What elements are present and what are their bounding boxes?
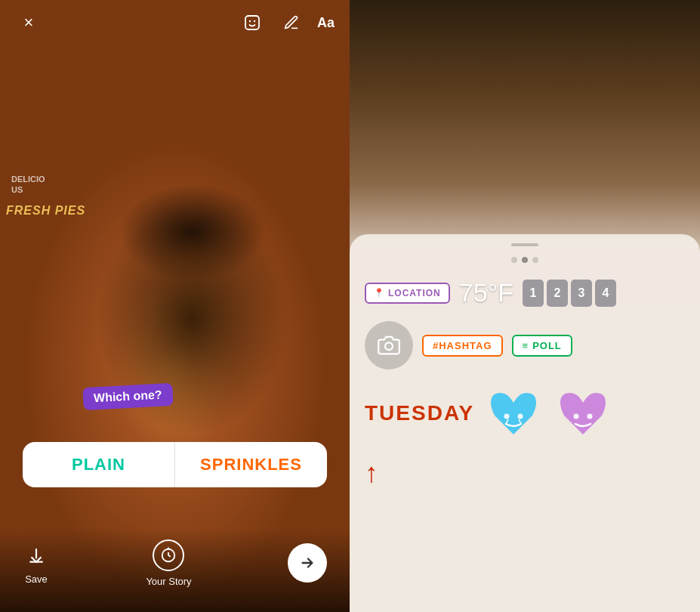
your-story-icon [153, 539, 184, 571]
poll-sticker[interactable]: PLAIN SPRINKLES [23, 442, 327, 487]
close-button[interactable]: × [15, 9, 42, 36]
poll-icon: ≡ [523, 340, 529, 351]
which-one-sticker[interactable]: Which one? [82, 383, 173, 410]
story-editor-right: 📍 LOCATION 75°F 1 2 3 4 #HASHTAG ≡ [350, 0, 700, 612]
red-arrow-sticker[interactable]: ↑ [365, 457, 378, 489]
svg-point-10 [574, 413, 579, 419]
blue-heart-sticker[interactable] [483, 383, 544, 444]
sticker-row-2: #HASHTAG ≡ POLL [350, 321, 700, 369]
panel-dot-1 [511, 257, 517, 263]
bottom-toolbar: Save Your Story [0, 529, 350, 612]
save-label: Save [25, 573, 48, 585]
time-digit-4: 4 [595, 280, 616, 307]
panel-dots [511, 257, 538, 263]
time-sticker[interactable]: 1 2 3 4 [523, 280, 616, 307]
time-digit-3: 3 [571, 280, 592, 307]
location-pin-icon: 📍 [374, 288, 385, 298]
panel-dot-3 [532, 257, 538, 263]
poll-label: POLL [532, 340, 562, 351]
location-label: LOCATION [388, 288, 441, 298]
text-tool-button[interactable]: Aa [317, 15, 335, 31]
poll-sticker-btn[interactable]: ≡ POLL [512, 335, 572, 357]
time-digit-2: 2 [547, 280, 568, 307]
sticker-row-4: ↑ [350, 457, 700, 489]
svg-point-7 [385, 342, 393, 350]
svg-rect-0 [245, 16, 259, 29]
top-right-icons: Aa [239, 9, 335, 36]
poll-option-sprinkles[interactable]: SPRINKLES [175, 442, 327, 487]
top-toolbar: × Aa [0, 0, 350, 45]
person-photo [0, 0, 350, 612]
sticker-row-3: TUESDAY [350, 383, 700, 444]
purple-heart-sticker[interactable] [553, 383, 613, 444]
save-icon [23, 542, 50, 569]
svg-point-9 [518, 413, 523, 419]
poll-option-plain[interactable]: PLAIN [23, 442, 175, 487]
next-button[interactable] [288, 543, 327, 583]
your-story-action[interactable]: Your Story [146, 539, 191, 587]
draw-icon[interactable] [278, 9, 305, 36]
day-sticker[interactable]: TUESDAY [365, 401, 474, 425]
face-filter-icon[interactable] [239, 9, 266, 36]
svg-line-5 [168, 555, 171, 557]
fresh-pies-sign: FRESH PIES [6, 204, 85, 218]
temperature-sticker[interactable]: 75°F [459, 278, 513, 308]
save-action[interactable]: Save [23, 542, 50, 585]
hashtag-sticker[interactable]: #HASHTAG [422, 335, 503, 357]
sticker-picker-panel: 📍 LOCATION 75°F 1 2 3 4 #HASHTAG ≡ [350, 234, 700, 612]
story-editor-left: DELICIO US FRESH PIES × Aa [0, 0, 350, 612]
bakery-sign-text: DELICIO US [11, 174, 45, 196]
drag-handle[interactable] [511, 243, 538, 246]
svg-point-1 [249, 20, 251, 22]
your-story-label: Your Story [146, 576, 191, 587]
svg-point-11 [587, 413, 593, 419]
location-sticker[interactable]: 📍 LOCATION [365, 283, 450, 304]
time-digit-1: 1 [523, 280, 544, 307]
sticker-row-1: 📍 LOCATION 75°F 1 2 3 4 [350, 278, 700, 308]
panel-dot-2 [522, 257, 528, 263]
svg-point-2 [254, 20, 255, 22]
camera-sticker[interactable] [365, 321, 413, 369]
svg-point-8 [504, 413, 510, 419]
